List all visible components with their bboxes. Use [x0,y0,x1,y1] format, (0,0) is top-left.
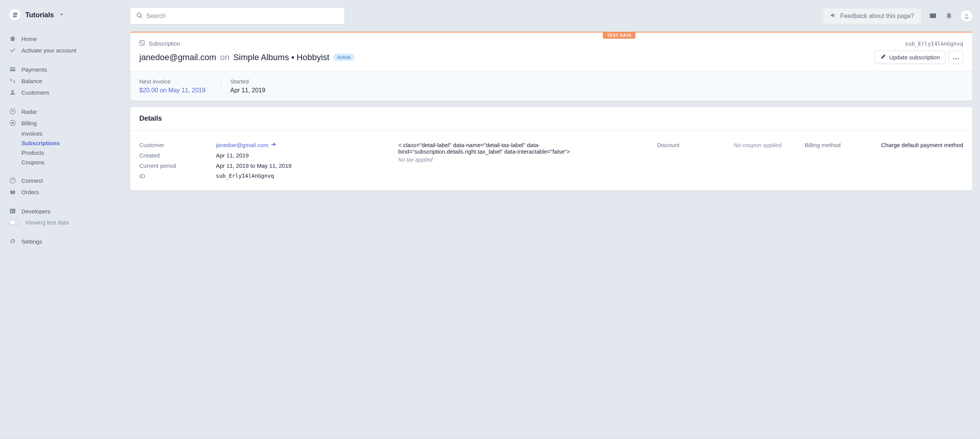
nav-coupons[interactable]: Coupons [0,157,115,167]
nav-label: Orders [21,189,39,195]
nav-activate[interactable]: Activate your account [0,44,115,56]
home-icon [9,35,16,42]
gear-icon [9,238,16,245]
page-title: janedoe@gmail.com on Simple Albums • Hob… [139,52,354,62]
nav-label: Billing [21,120,37,126]
svg-point-9 [137,13,141,17]
detail-billing-value: Charge default payment method [881,142,963,179]
basket-icon [9,188,16,195]
account-switcher[interactable]: Tutorials [0,9,115,31]
toggle-icon [9,220,20,226]
nav-label: Activate your account [21,47,76,54]
detail-discount-label: Discount [657,142,734,179]
nav-label: Connect [21,177,43,184]
subscription-id-top: sub_ErlyI4lAnGgnvq [905,41,963,47]
detail-created-label: Created [139,152,216,159]
nav-label: Payments [21,66,47,73]
nav-label: Viewing test data [25,219,69,226]
detail-created-value: Apr 11, 2019 [216,152,249,159]
card-icon [9,66,16,73]
detail-id-label: ID [139,173,216,179]
nav-radar[interactable]: Radar [0,106,115,117]
test-data-badge: TEST DATA [603,32,635,39]
account-name: Tutorials [25,11,54,19]
terminal-icon [9,208,16,215]
main-content: Feedback about this page? TEST DATA Subs… [115,0,980,439]
nav-label: Radar [21,108,37,115]
feedback-label: Feedback about this page? [840,13,914,20]
arrow-right-icon [271,142,276,148]
more-icon [953,54,959,61]
next-invoice-value[interactable]: $20.00 on May 11, 2019 [139,87,206,94]
search-icon [136,12,142,20]
nav-connect[interactable]: Connect [0,175,115,186]
subscription-card: TEST DATA Subscription sub_ErlyI4lAnGgnv… [130,32,972,101]
pencil-icon [880,54,886,61]
status-badge: Active [333,54,354,61]
title-email: janedoe@gmail.com [139,52,216,62]
nav-home[interactable]: Home [0,33,115,44]
megaphone-icon [830,12,836,20]
next-invoice-label: Next invoice [139,78,206,85]
svg-rect-8 [10,209,15,213]
nav-billing[interactable]: Billing [0,117,115,129]
bell-icon[interactable] [945,12,953,20]
detail-customer-value[interactable]: janedoe@gmail.com [216,142,276,148]
breadcrumb: Subscription [139,40,180,47]
update-subscription-button[interactable]: Update subscription [875,51,946,64]
details-card: Details Customer janedoe@gmail.com Creat… [130,107,972,190]
feedback-button[interactable]: Feedback about this page? [823,8,921,24]
nav-label: Settings [21,238,42,245]
storefront-icon [9,9,21,21]
sidebar: Tutorials Home Activate your account Pay… [0,0,115,439]
nav-customers[interactable]: Customers [0,87,115,98]
transfer-icon [9,77,16,84]
customer-link-text: janedoe@gmail.com [216,142,268,148]
search-input[interactable] [146,13,338,20]
svg-rect-11 [140,41,144,45]
svg-point-2 [11,90,14,92]
detail-tax-value: No tax applied [398,157,634,163]
nav-test-mode[interactable]: Viewing test data [0,217,115,228]
started-value: Apr 11, 2019 [230,87,266,94]
docs-icon[interactable] [929,12,937,20]
refresh-icon [139,40,145,47]
svg-point-10 [965,14,968,16]
detail-discount-value: No coupon applied [734,142,782,179]
billing-icon [9,120,16,126]
detail-id-value: sub_ErlyI4lAnGgnvq [216,173,274,179]
title-plan: Simple Albums • Hobbyist [233,52,329,62]
detail-customer-label: Customer [139,142,216,148]
nav-balance[interactable]: Balance [0,75,115,87]
breadcrumb-label: Subscription [149,40,180,47]
nav-label: Balance [21,78,42,84]
detail-period-label: Current period [139,162,216,169]
nav-developers[interactable]: Developers [0,205,115,217]
search-box[interactable] [130,8,345,24]
nav-products[interactable]: Products [0,148,115,157]
svg-point-13 [956,58,957,59]
svg-point-12 [953,58,954,59]
person-icon [9,89,16,96]
more-actions-button[interactable] [949,51,963,64]
nav-orders[interactable]: Orders [0,186,115,198]
svg-point-4 [12,111,13,112]
topbar: Feedback about this page? [130,8,972,24]
summary-row: Next invoice $20.00 on May 11, 2019 Star… [130,71,972,101]
details-heading: Details [130,107,972,130]
nav-settings[interactable]: Settings [0,236,115,247]
nav-invoices[interactable]: Invoices [0,129,115,138]
nav-subscriptions[interactable]: Subscriptions [0,138,115,148]
detail-billing-label: Billing method [805,142,881,179]
user-avatar[interactable] [961,10,972,22]
title-on: on [220,52,229,62]
connect-icon [9,177,16,184]
nav-label: Developers [21,208,51,215]
chevron-down-icon [59,12,64,18]
nav-label: Customers [21,89,49,96]
radar-icon [9,108,16,115]
svg-rect-1 [10,69,15,69]
nav-payments[interactable]: Payments [0,64,115,75]
svg-point-7 [10,178,15,183]
started-label: Started [230,78,266,85]
